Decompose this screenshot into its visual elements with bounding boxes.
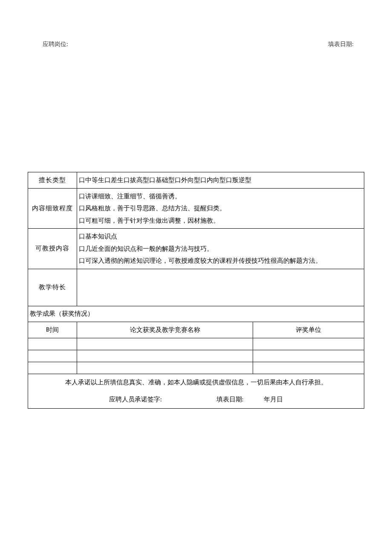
th-time: 时间 bbox=[28, 322, 77, 338]
declaration-text: 本人承诺以上所填信息真实、准确，如本人隐瞒或提供虚假信息，一切后果由本人自行承担… bbox=[28, 374, 364, 391]
achievement-time-1[interactable] bbox=[28, 338, 77, 350]
th-name: 论文获奖及教学竞赛名称 bbox=[77, 322, 253, 338]
teaching-specialty-value[interactable] bbox=[77, 269, 364, 306]
achievement-row-1 bbox=[28, 338, 364, 350]
row-declaration: 本人承诺以上所填信息真实、准确，如本人隐瞒或提供虚假信息，一切后果由本人自行承担… bbox=[28, 374, 364, 391]
achievement-name-2[interactable] bbox=[77, 350, 253, 362]
sign-date-label: 填表日期: bbox=[216, 395, 244, 404]
form-header: 应聘岗位: 填表日期: bbox=[0, 41, 392, 48]
teachable-option-2[interactable]: 口几近全面的知识点和一般的解题方法与技巧。 bbox=[79, 243, 361, 255]
row-teaching-specialty: 教学特长 bbox=[28, 269, 364, 306]
sign-date-value: 年月日 bbox=[264, 395, 283, 404]
label-teachable-content: 可教授内容 bbox=[28, 229, 77, 269]
fill-date-label: 填表日期: bbox=[328, 41, 354, 48]
achievement-row-3 bbox=[28, 362, 364, 374]
signature-line: 应聘人员承诺签字: 填表日期: 年月日 bbox=[28, 391, 364, 409]
teachable-option-1[interactable]: 口基本知识点 bbox=[79, 230, 361, 243]
teachable-option-3[interactable]: 口可深入透彻的阐述知识理论，可教授难度较大的课程并传授技巧性很高的解题方法。 bbox=[79, 255, 361, 267]
row-signature: 应聘人员承诺签字: 填表日期: 年月日 bbox=[28, 391, 364, 409]
position-label: 应聘岗位: bbox=[43, 41, 68, 48]
achievement-unit-3[interactable] bbox=[253, 362, 364, 374]
achievement-row-2 bbox=[28, 350, 364, 362]
achievement-time-2[interactable] bbox=[28, 350, 77, 362]
achievement-unit-1[interactable] bbox=[253, 338, 364, 350]
detail-level-option-2[interactable]: 口风格粗放，善于引导思路、总结方法、提醒归类。 bbox=[79, 202, 361, 215]
page: 应聘岗位: 填表日期: 擅长类型 口中等生口差生口拔高型口基础型口外向型口内向型… bbox=[0, 0, 392, 409]
row-teachable-content: 可教授内容 口基本知识点 口几近全面的知识点和一般的解题方法与技巧。 口可深入透… bbox=[28, 229, 364, 269]
main-table: 擅长类型 口中等生口差生口拔高型口基础型口外向型口内向型口叛逆型 内容细致程度 … bbox=[28, 172, 364, 409]
sign-label: 应聘人员承诺签字: bbox=[109, 395, 162, 404]
row-achievements-header: 教学成果（获奖情况） bbox=[28, 306, 364, 322]
label-specialty-type: 擅长类型 bbox=[28, 172, 77, 189]
th-unit: 评奖单位 bbox=[253, 322, 364, 338]
detail-level-option-3[interactable]: 口可粗可细，善于针对学生做出调整，因材施教。 bbox=[79, 215, 361, 227]
options-teachable-content[interactable]: 口基本知识点 口几近全面的知识点和一般的解题方法与技巧。 口可深入透彻的阐述知识… bbox=[77, 229, 364, 269]
achievement-unit-2[interactable] bbox=[253, 350, 364, 362]
achievements-header: 教学成果（获奖情况） bbox=[28, 306, 364, 322]
label-detail-level: 内容细致程度 bbox=[28, 188, 77, 229]
achievement-name-3[interactable] bbox=[77, 362, 253, 374]
row-detail-level: 内容细致程度 口讲课细致、注重细节、循循善诱。 口风格粗放，善于引导思路、总结方… bbox=[28, 188, 364, 229]
options-detail-level[interactable]: 口讲课细致、注重细节、循循善诱。 口风格粗放，善于引导思路、总结方法、提醒归类。… bbox=[77, 188, 364, 229]
achievement-name-1[interactable] bbox=[77, 338, 253, 350]
achievement-time-3[interactable] bbox=[28, 362, 77, 374]
detail-level-option-1[interactable]: 口讲课细致、注重细节、循循善诱。 bbox=[79, 190, 361, 203]
row-specialty-type: 擅长类型 口中等生口差生口拔高型口基础型口外向型口内向型口叛逆型 bbox=[28, 172, 364, 189]
options-specialty-type[interactable]: 口中等生口差生口拔高型口基础型口外向型口内向型口叛逆型 bbox=[77, 172, 364, 189]
label-teaching-specialty: 教学特长 bbox=[28, 269, 77, 306]
row-achievements-columns: 时间 论文获奖及教学竞赛名称 评奖单位 bbox=[28, 322, 364, 338]
